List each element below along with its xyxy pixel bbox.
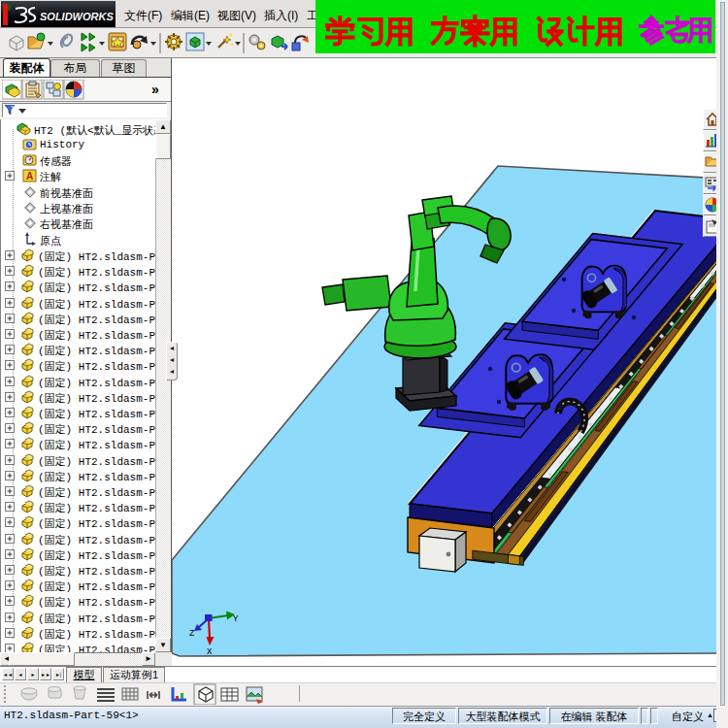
svg-text:SOLIDWORKS: SOLIDWORKS bbox=[40, 11, 114, 22]
svg-text:Z: Z bbox=[189, 629, 195, 639]
svg-text:Y: Y bbox=[233, 614, 239, 624]
svg-text:X: X bbox=[207, 647, 213, 657]
